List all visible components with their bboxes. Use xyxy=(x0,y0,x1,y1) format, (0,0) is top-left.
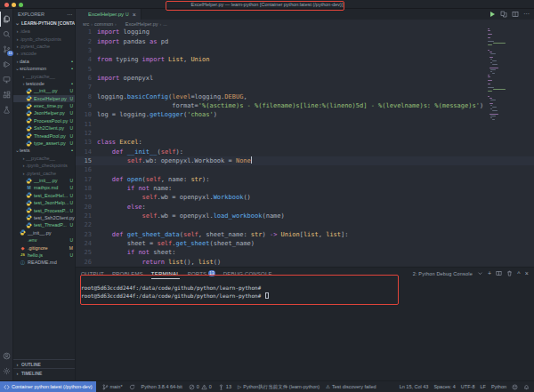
tree-item-test_ProcessP...[interactable]: test_ProcessP...U xyxy=(13,206,75,213)
open-changes-icon[interactable] xyxy=(500,11,507,18)
panel-tab-terminal[interactable]: TERMINAL xyxy=(151,268,180,279)
code-line-21[interactable]: 21 self.wb = openpyxl.load_workbook(name… xyxy=(76,212,534,220)
tree-item-.vscode[interactable]: ›.vscode xyxy=(13,50,75,57)
breadcrumb-symbol[interactable]: ... xyxy=(163,21,167,27)
activity-settings[interactable] xyxy=(0,364,13,379)
panel-tab-debug-console[interactable]: DEBUG CONSOLE xyxy=(223,268,272,279)
tree-item-test_ThreadP...[interactable]: test_ThreadP...U xyxy=(13,221,75,228)
views-more-icon[interactable]: ⋯ xyxy=(67,11,72,17)
breadcrumb-common[interactable]: common xyxy=(94,21,113,27)
tree-item-.idea[interactable]: ›.idea xyxy=(13,28,75,35)
run-task-status[interactable]: ▷ Python执行当前文件 (learn-python) xyxy=(238,384,320,390)
activity-source-control[interactable]: 11 xyxy=(0,42,13,57)
tree-item-hello.js[interactable]: JShello.jsU xyxy=(13,252,75,259)
code-line-18[interactable]: 18 if not name: xyxy=(76,184,534,193)
eol-status[interactable]: LF xyxy=(480,384,485,389)
workspace-section-header[interactable]: ⌄ LEARN-PYTHON [CONTA... xyxy=(13,19,75,27)
tree-item-.ipynb_checkpoints[interactable]: ›.ipynb_checkpoints xyxy=(13,35,75,42)
tree-item-ProcessPool.py[interactable]: ProcessPool.pyU xyxy=(13,117,75,124)
code-line-2[interactable]: 2import pandas as pd xyxy=(76,36,534,45)
panel-tab-problems[interactable]: PROBLEMS xyxy=(112,268,143,279)
code-line-7[interactable]: 7 xyxy=(76,83,534,92)
timeline-section[interactable]: › TIMELINE xyxy=(13,368,75,377)
code-line-16[interactable]: 16 xyxy=(76,165,534,174)
plus-icon[interactable]: + xyxy=(488,270,491,276)
code-line-13[interactable]: 13class Excel: xyxy=(76,138,534,147)
sync-status[interactable] xyxy=(129,384,135,390)
tree-item-mathpx.md[interactable]: Mmathpx.mdU xyxy=(13,184,75,191)
tree-item-__init__.py[interactable]: __init__.py xyxy=(13,229,75,236)
tree-item-data[interactable]: ›data• xyxy=(13,58,75,65)
breadcrumb[interactable]: src › common › ExcelHelper.py › ... xyxy=(76,20,534,28)
tree-item-.pytest_cache[interactable]: ›.pytest_cache xyxy=(13,43,75,50)
code-line-25[interactable]: 25 if not sheet: xyxy=(76,248,534,257)
tree-item-ThreadPool.py[interactable]: ThreadPool.pyU xyxy=(13,132,75,139)
activity-account[interactable] xyxy=(0,348,13,364)
code-line-22[interactable]: 22 xyxy=(76,220,534,229)
problems-status[interactable]: 0 0 xyxy=(189,384,212,390)
code-line-4[interactable]: 4from typing import List, Union xyxy=(76,55,534,64)
panel-tab-output[interactable]: OUTPUT xyxy=(81,268,104,279)
tree-item-src-common[interactable]: ⌄src/common• xyxy=(13,65,75,72)
git-branch-status[interactable]: main* xyxy=(102,384,123,390)
panel-tab-ports[interactable]: PORTS13 xyxy=(188,268,215,279)
terminal-content[interactable]: root@5d63ccdd244f:/data/code/github/pyth… xyxy=(76,279,534,301)
code-line-5[interactable]: 5 xyxy=(76,64,534,73)
code-line-8[interactable]: 8logging.basicConfig(level=logging.DEBUG… xyxy=(76,92,534,100)
code-line-23[interactable]: 23 def get_sheet_data(self, sheet_name: … xyxy=(76,230,534,239)
code-line-10[interactable]: 10log = logging.getLogger('choas') xyxy=(76,110,534,119)
trash-icon[interactable] xyxy=(506,270,513,276)
code-editor[interactable]: 1import logging2import pandas as pd34fro… xyxy=(76,28,534,267)
indentation-status[interactable]: Spaces: 4 xyxy=(433,384,455,389)
notifications-button[interactable] xyxy=(523,384,530,390)
code-line-26[interactable]: 26 return list(), list() xyxy=(76,258,534,267)
code-line-17[interactable]: 17 def open(self, name: str): xyxy=(76,175,534,184)
tree-item-testcode[interactable]: ›testcode• xyxy=(13,80,75,87)
activity-testing[interactable] xyxy=(0,102,13,117)
terminal-selector[interactable]: 2: Python Debug Console xyxy=(413,271,473,276)
split-icon[interactable] xyxy=(496,270,502,276)
outline-section[interactable]: › OUTLINE xyxy=(13,359,75,368)
tree-item-test_ExcelHel...[interactable]: test_ExcelHel...U xyxy=(13,192,75,199)
code-line-12[interactable]: 12 xyxy=(76,129,534,138)
code-line-20[interactable]: 20 else: xyxy=(76,203,534,212)
tree-item-__init__.py[interactable]: __init__.pyU xyxy=(13,177,75,184)
tree-item-tests[interactable]: ⌄tests• xyxy=(13,147,75,154)
tab-excelhelper[interactable]: ExcelHelper.py U × xyxy=(76,9,142,20)
activity-run-debug[interactable] xyxy=(0,57,13,72)
test-status[interactable]: ⚠ Test discovery failed xyxy=(326,384,376,389)
tree-item-test_JsonHelp...[interactable]: test_JsonHelp...U xyxy=(13,199,75,206)
remote-indicator[interactable]: Container python:latest (/python-dev) xyxy=(0,381,96,392)
tree-item-__pycache__[interactable]: ›__pycache__ xyxy=(13,155,75,162)
encoding-status[interactable]: UTF-8 xyxy=(461,384,475,389)
tree-item-.env[interactable]: .envU xyxy=(13,236,75,244)
tree-item-.ipynb_checkpoints[interactable]: ›.ipynb_checkpoints xyxy=(13,162,75,169)
play-icon[interactable] xyxy=(489,11,496,18)
tree-item-type_assert.py[interactable]: type_assert.pyU xyxy=(13,140,75,147)
tree-item-__pycache__[interactable]: ›__pycache__ xyxy=(13,72,75,79)
close-tab-icon[interactable]: × xyxy=(133,12,136,18)
code-line-9[interactable]: 9 format='%(asctime)s - %(filename)s[lin… xyxy=(76,101,534,110)
code-line-15[interactable]: 15 self.wb: openpyxl.Workbook = None xyxy=(76,156,534,165)
code-line-24[interactable]: 24 sheet = self.get_sheet(sheet_name) xyxy=(76,239,534,248)
ports-status[interactable]: 13 xyxy=(218,384,231,390)
minimap[interactable] xyxy=(488,28,504,121)
chevron-up-icon[interactable]: ^ xyxy=(517,270,521,276)
split-editor-icon[interactable] xyxy=(512,11,519,18)
code-line-1[interactable]: 1import logging xyxy=(76,28,534,36)
tree-item-exec_time.py[interactable]: exec_time.pyU xyxy=(13,102,75,109)
tree-item-.pytest_cache[interactable]: ›.pytest_cache xyxy=(13,169,75,176)
tree-item-Ssh2Client.py[interactable]: Ssh2Client.pyU xyxy=(13,124,75,132)
activity-remote-explorer[interactable] xyxy=(0,72,13,87)
code-line-3[interactable]: 3 xyxy=(76,46,534,55)
python-interpreter[interactable]: Python 3.8.4 64-bit xyxy=(142,384,182,389)
more-icon[interactable]: ⋯ xyxy=(523,11,530,18)
tree-item-__init__.py[interactable]: __init__.pyU xyxy=(13,87,75,94)
language-mode[interactable]: Python xyxy=(491,384,506,389)
cursor-position[interactable]: Ln 15, Col 43 xyxy=(400,384,429,389)
code-line-14[interactable]: 14 def __init__(self): xyxy=(76,147,534,156)
tree-item-test_Ssh2Client.py[interactable]: test_Ssh2Client.py xyxy=(13,214,75,221)
tree-item-ExcelHelper.py[interactable]: ExcelHelper.pyU xyxy=(13,95,75,102)
tree-item-.gitignore[interactable]: ◆.gitignoreM xyxy=(13,244,75,251)
breadcrumb-src[interactable]: src xyxy=(83,21,89,27)
